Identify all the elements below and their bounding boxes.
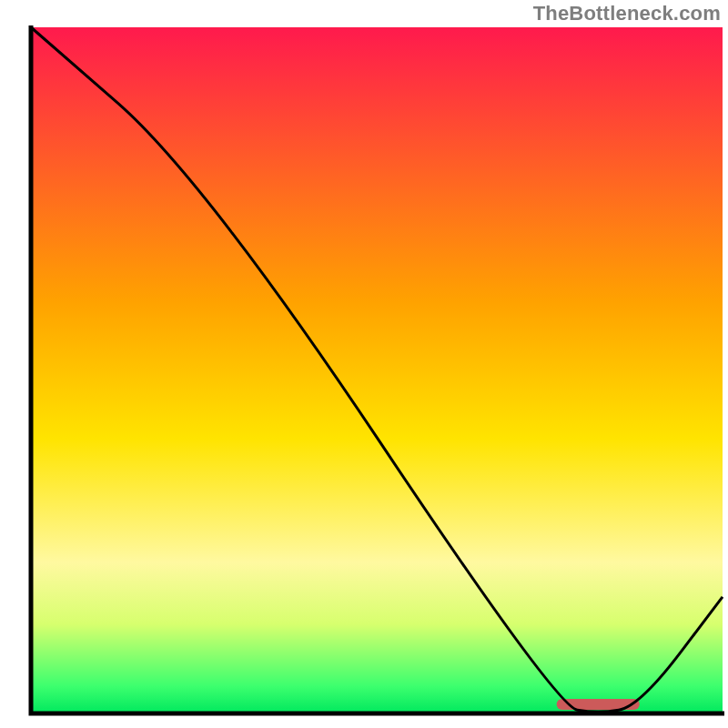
- plot-background: [31, 27, 723, 713]
- chart-figure: TheBottleneck.com: [0, 0, 728, 728]
- chart-svg: [0, 0, 728, 728]
- watermark-label: TheBottleneck.com: [533, 2, 721, 25]
